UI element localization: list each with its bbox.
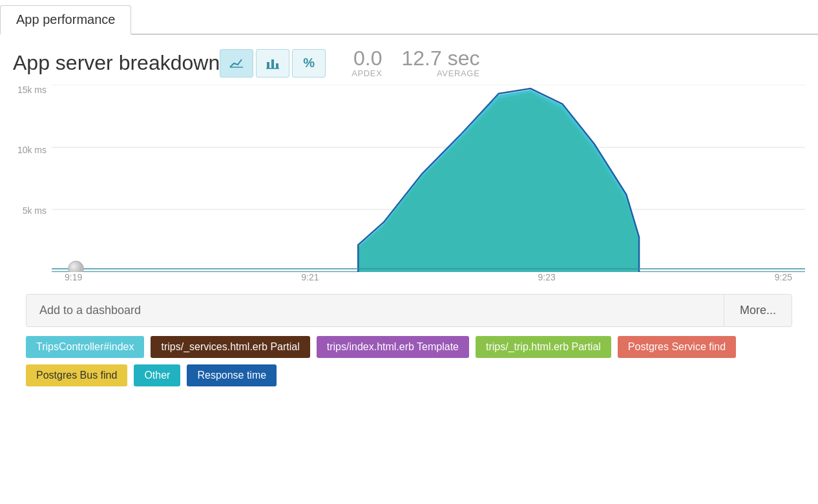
chart-svg xyxy=(52,85,805,272)
header-row: App server breakdown % xyxy=(13,48,805,78)
average-value: 12.7 sec xyxy=(402,48,480,68)
area-chart-button[interactable] xyxy=(220,49,253,78)
average-stat: 12.7 sec AVERAGE xyxy=(402,48,480,78)
stats-pair: 0.0 APDEX 12.7 sec AVERAGE xyxy=(351,48,479,78)
legend-other[interactable]: Other xyxy=(134,364,180,386)
y-label-10k: 10k ms xyxy=(13,145,52,155)
legend-index-template[interactable]: trips/index.html.erb Template xyxy=(317,336,469,358)
tab-bar: App performance xyxy=(0,0,818,35)
legend-postgres-service[interactable]: Postgres Service find xyxy=(618,336,736,358)
dashboard-bar: Add to a dashboard More... xyxy=(26,294,792,327)
more-button[interactable]: More... xyxy=(724,295,792,326)
area-chart-icon xyxy=(229,57,244,70)
svg-rect-3 xyxy=(276,63,278,68)
add-to-dashboard-button[interactable]: Add to a dashboard xyxy=(26,295,724,326)
svg-marker-14 xyxy=(358,90,639,272)
apdex-label: APDEX xyxy=(351,68,382,78)
chart-inner xyxy=(52,85,805,272)
apdex-value: 0.0 xyxy=(351,48,382,68)
x-label-919: 9:19 xyxy=(65,272,82,291)
svg-rect-1 xyxy=(267,62,269,68)
y-axis-labels: 15k ms 10k ms 5k ms xyxy=(13,85,52,272)
legend-services-partial[interactable]: trips/_services.html.erb Partial xyxy=(151,336,309,358)
svg-point-16 xyxy=(68,261,84,272)
section-title: App server breakdown xyxy=(13,51,220,75)
x-axis-labels: 9:19 9:21 9:23 9:25 xyxy=(52,272,805,291)
x-label-921: 9:21 xyxy=(301,272,319,291)
chart-type-buttons: % xyxy=(220,49,326,78)
x-label-925: 9:25 xyxy=(775,272,792,291)
tab-app-performance[interactable]: App performance xyxy=(0,5,131,35)
apdex-stat: 0.0 APDEX xyxy=(351,48,382,78)
svg-rect-2 xyxy=(271,59,274,68)
percent-icon: % xyxy=(303,56,315,70)
y-label-15k: 15k ms xyxy=(13,85,52,95)
bar-chart-icon xyxy=(265,57,280,70)
main-content: App server breakdown % xyxy=(0,35,818,402)
average-label: AVERAGE xyxy=(402,68,480,78)
x-label-923: 9:23 xyxy=(538,272,556,291)
legend-trips-controller[interactable]: TripsController#index xyxy=(26,336,144,358)
y-label-5k: 5k ms xyxy=(13,205,52,216)
legend-area: TripsController#index trips/_services.ht… xyxy=(13,327,805,395)
legend-trip-partial[interactable]: trips/_trip.html.erb Partial xyxy=(476,336,611,358)
bar-chart-button[interactable] xyxy=(256,49,289,78)
percent-chart-button[interactable]: % xyxy=(292,49,326,78)
chart-area: 15k ms 10k ms 5k ms xyxy=(13,85,805,291)
legend-postgres-bus[interactable]: Postgres Bus find xyxy=(26,364,127,386)
legend-response-time[interactable]: Response time xyxy=(187,364,277,386)
